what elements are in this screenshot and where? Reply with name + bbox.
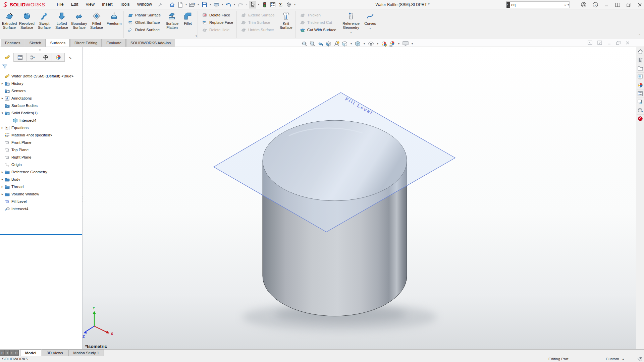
display-style-dropdown[interactable]: ▾ xyxy=(363,42,366,45)
next-tab-button[interactable]: ▸ xyxy=(9,350,14,356)
minimize-document-button[interactable] xyxy=(607,41,611,45)
help-icon[interactable]: ? xyxy=(593,2,598,7)
freeform-button[interactable]: Freeform xyxy=(105,10,123,39)
revolved-surface-button[interactable]: Revolved Surface xyxy=(18,10,36,39)
knit-surface-button[interactable]: Knit Surface xyxy=(277,10,295,39)
appearances-scenes-icon[interactable] xyxy=(637,81,644,89)
restore-button[interactable] xyxy=(627,3,631,7)
tree-item-right-plane[interactable]: Right Plane xyxy=(0,154,82,161)
rebuild-button[interactable] xyxy=(261,1,268,8)
zoom-to-fit-icon[interactable] xyxy=(301,41,308,47)
first-tab-button[interactable]: |◂ xyxy=(0,350,5,356)
reference-geometry-button[interactable]: Reference Geometry▾ xyxy=(341,10,362,39)
tab-dimxpert-manager[interactable] xyxy=(39,53,52,62)
planar-surface-button[interactable]: Planar Surface xyxy=(126,11,162,19)
menu-window[interactable]: Window xyxy=(133,0,156,9)
tree-item-surface-bodies[interactable]: Surface Bodies xyxy=(0,102,82,109)
panel-collapse-dot[interactable] xyxy=(39,49,41,51)
view-orientation-dropdown[interactable]: ▾ xyxy=(350,42,353,45)
tree-item-origin[interactable]: Origin xyxy=(0,161,82,168)
tree-root-item[interactable]: Water Bottle (SSM) (Default) <Blue> xyxy=(0,72,82,80)
search-icon[interactable]: ⌕ xyxy=(564,2,567,7)
tab-solidworks-add-ins[interactable]: SOLIDWORKS Add-Ins xyxy=(126,39,175,47)
tree-item-front-plane[interactable]: Front Plane xyxy=(0,139,82,146)
user-account-icon[interactable] xyxy=(581,2,586,7)
tab-display-manager[interactable] xyxy=(52,53,65,62)
minimize-button[interactable] xyxy=(604,3,609,7)
curves-dropdown[interactable]: ▾ xyxy=(370,26,371,31)
menu-file[interactable]: File xyxy=(53,0,67,9)
panel-expand-arrow[interactable]: > xyxy=(69,56,71,62)
tab-surfaces[interactable]: Surfaces xyxy=(46,39,70,47)
tab-feature-manager-design-tree[interactable] xyxy=(1,53,14,62)
tree-item-annotations[interactable]: ▸AAnnotations xyxy=(0,95,82,102)
fillet-flyout-arrow[interactable]: ▾ xyxy=(196,35,197,38)
fillet-button[interactable]: Fillet xyxy=(181,10,195,39)
tab-motion-study-1[interactable]: Motion Study 1 xyxy=(68,350,104,356)
swept-surface-button[interactable]: Swept Surface xyxy=(36,10,53,39)
status-tag-icon[interactable] xyxy=(637,357,642,362)
close-button[interactable] xyxy=(638,3,642,7)
reference-geometry-dropdown[interactable]: ▾ xyxy=(351,31,352,35)
ruled-surface-button[interactable]: Ruled Surface xyxy=(126,26,162,34)
cut-with-surface-button[interactable]: Cut With Surface xyxy=(299,26,338,34)
section-view-icon[interactable] xyxy=(325,41,332,47)
tree-item-fill-level[interactable]: Fill Level xyxy=(0,198,82,205)
expand-arrow-icon[interactable]: ▾ xyxy=(0,111,5,115)
hide-show-items-dropdown[interactable]: ▾ xyxy=(376,42,379,45)
curves-button[interactable]: Curves▾ xyxy=(362,10,379,39)
tree-item-thread[interactable]: ▸Thread xyxy=(0,183,82,190)
expand-arrow-icon[interactable]: ▸ xyxy=(0,126,5,129)
edit-appearance-icon[interactable] xyxy=(381,41,387,47)
tree-item-intersect4-feature[interactable]: Intersect4 xyxy=(0,205,82,213)
expand-arrow-icon[interactable]: ▸ xyxy=(0,97,5,100)
search-dropdown[interactable]: ▾ xyxy=(568,3,569,6)
new-document-button[interactable] xyxy=(176,1,184,8)
tab-configuration-manager[interactable] xyxy=(26,53,39,62)
undo-dropdown[interactable]: ▾ xyxy=(233,3,236,6)
delete-face-button[interactable]: Delete Face xyxy=(201,11,234,19)
close-document-button[interactable] xyxy=(626,41,630,45)
tree-filter-bar[interactable] xyxy=(1,62,81,71)
file-properties-button[interactable] xyxy=(269,1,276,8)
rollback-bar[interactable] xyxy=(0,234,82,235)
replace-face-button[interactable]: Replace Face xyxy=(201,19,234,26)
file-explorer-icon[interactable] xyxy=(637,64,644,73)
expand-arrow-icon[interactable]: ▸ xyxy=(0,170,5,174)
lofted-surface-button[interactable]: Lofted Surface xyxy=(53,10,70,39)
tab-3d-views[interactable]: 3D Views xyxy=(42,350,68,356)
pdm-vault-icon[interactable] xyxy=(637,106,644,115)
solidworks-add-ins-icon[interactable] xyxy=(637,98,644,106)
home-button[interactable] xyxy=(168,1,176,8)
solidworks-cam-icon[interactable] xyxy=(637,115,644,123)
dynamic-annotation-views-icon[interactable] xyxy=(333,41,340,47)
tab-direct-editing[interactable]: Direct Editing xyxy=(70,39,102,47)
tree-item-volume-window[interactable]: ▸Volume Window xyxy=(0,190,82,198)
equations-button[interactable]: Σ xyxy=(277,1,284,8)
select-tool-button[interactable] xyxy=(249,1,256,8)
tree-item-material[interactable]: Material <not specified> xyxy=(0,131,82,139)
tab-evaluate[interactable]: Evaluate xyxy=(102,39,126,47)
tree-item-reference-geometry[interactable]: ▸Reference Geometry xyxy=(0,168,82,176)
expand-arrow-icon[interactable]: ▸ xyxy=(0,82,5,85)
options-button[interactable] xyxy=(285,1,292,8)
tab-features[interactable]: Features xyxy=(1,39,24,47)
status-units-selector[interactable]: Custom▲ xyxy=(606,357,625,361)
tree-item-solid-bodies[interactable]: ▾Solid Bodies(1) xyxy=(0,109,82,117)
apply-scene-dropdown[interactable]: ▾ xyxy=(397,42,400,45)
view-orientation-icon[interactable] xyxy=(341,41,348,47)
menu-view[interactable]: View xyxy=(82,0,98,9)
pin-menu-icon[interactable] xyxy=(158,2,162,7)
view-settings-dropdown[interactable]: ▾ xyxy=(411,42,414,45)
print-dropdown[interactable]: ▾ xyxy=(221,3,224,6)
select-tool-dropdown[interactable]: ▾ xyxy=(257,3,260,6)
view-palette-icon[interactable] xyxy=(637,73,644,81)
save-button[interactable] xyxy=(201,1,208,8)
tab-sketch[interactable]: Sketch xyxy=(25,39,45,47)
open-dropdown[interactable]: ▾ xyxy=(197,3,200,6)
design-library-icon[interactable] xyxy=(637,56,644,64)
next-window-button[interactable] xyxy=(597,41,602,45)
extruded-surface-button[interactable]: Extruded Surface xyxy=(1,10,18,39)
search-input[interactable] xyxy=(510,3,564,7)
expand-arrow-icon[interactable]: ▸ xyxy=(0,178,5,181)
